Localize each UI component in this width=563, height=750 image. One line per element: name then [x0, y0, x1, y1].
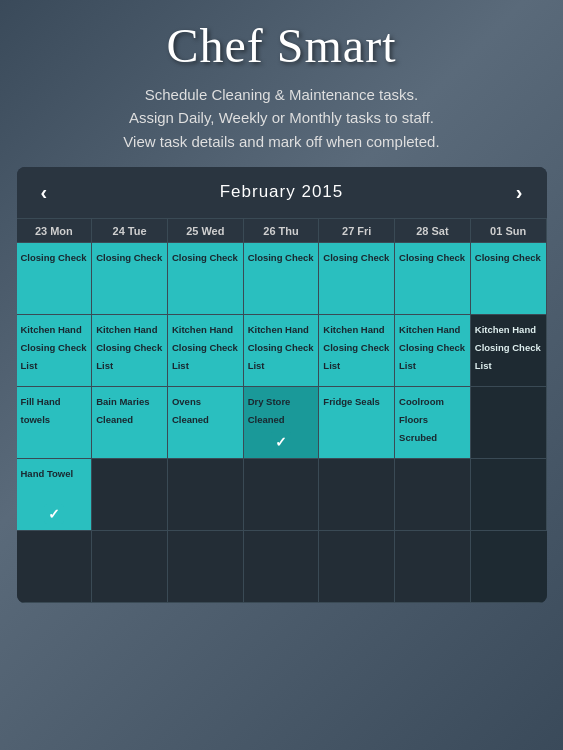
- main-content: Chef Smart Schedule Cleaning & Maintenan…: [0, 0, 563, 613]
- cell-r1-5[interactable]: Closing Check: [319, 243, 395, 315]
- prev-month-button[interactable]: ‹: [33, 177, 56, 208]
- cell-r2-2[interactable]: Kitchen Hand Closing Check List: [92, 315, 168, 387]
- calendar-month-year: February 2015: [220, 182, 344, 202]
- cell-r4-4[interactable]: [244, 459, 320, 531]
- cell-r5-3[interactable]: [168, 531, 244, 603]
- cell-r3-6[interactable]: Coolroom Floors Scrubed: [395, 387, 471, 459]
- day-header-thu: 26 Thu: [244, 219, 320, 243]
- cell-r2-6[interactable]: Kitchen Hand Closing Check List: [395, 315, 471, 387]
- cell-r5-7[interactable]: [471, 531, 547, 603]
- cell-r1-4[interactable]: Closing Check: [244, 243, 320, 315]
- cell-r4-2[interactable]: [92, 459, 168, 531]
- cell-r5-5[interactable]: [319, 531, 395, 603]
- calendar-grid: 23 Mon 24 Tue 25 Wed 26 Thu 27 Fri 28 Sa…: [17, 218, 547, 603]
- app-title: Chef Smart: [167, 18, 397, 73]
- cell-r4-1[interactable]: Hand Towel ✓: [17, 459, 93, 531]
- cell-r3-5[interactable]: Fridge Seals: [319, 387, 395, 459]
- cell-r3-7[interactable]: [471, 387, 547, 459]
- app-subtitle: Schedule Cleaning & Maintenance tasks. A…: [123, 83, 439, 153]
- cell-r1-1[interactable]: Closing Check: [17, 243, 93, 315]
- cell-r5-4[interactable]: [244, 531, 320, 603]
- checkmark-r4-1: ✓: [44, 504, 64, 524]
- calendar-header: ‹ February 2015 ›: [17, 167, 547, 218]
- day-header-wed: 25 Wed: [168, 219, 244, 243]
- day-header-mon: 23 Mon: [17, 219, 93, 243]
- cell-r1-6[interactable]: Closing Check: [395, 243, 471, 315]
- cell-r3-3[interactable]: Ovens Cleaned: [168, 387, 244, 459]
- cell-r2-1[interactable]: Kitchen Hand Closing Check List: [17, 315, 93, 387]
- cell-r5-2[interactable]: [92, 531, 168, 603]
- cell-r2-7[interactable]: Kitchen Hand Closing Check List: [471, 315, 547, 387]
- day-header-sat: 28 Sat: [395, 219, 471, 243]
- cell-r5-1[interactable]: [17, 531, 93, 603]
- cell-r2-3[interactable]: Kitchen Hand Closing Check List: [168, 315, 244, 387]
- cell-r2-5[interactable]: Kitchen Hand Closing Check List: [319, 315, 395, 387]
- cell-r4-6[interactable]: [395, 459, 471, 531]
- cell-r5-6[interactable]: [395, 531, 471, 603]
- cell-r3-4[interactable]: Dry Store Cleaned ✓: [244, 387, 320, 459]
- cell-r4-5[interactable]: [319, 459, 395, 531]
- cell-r4-7[interactable]: [471, 459, 547, 531]
- next-month-button[interactable]: ›: [508, 177, 531, 208]
- cell-r3-1[interactable]: Fill Hand towels: [17, 387, 93, 459]
- calendar: ‹ February 2015 › 23 Mon 24 Tue 25 Wed 2…: [17, 167, 547, 603]
- cell-r1-2[interactable]: Closing Check: [92, 243, 168, 315]
- checkmark-r3-4: ✓: [271, 432, 291, 452]
- cell-r1-7[interactable]: Closing Check: [471, 243, 547, 315]
- cell-r4-3[interactable]: [168, 459, 244, 531]
- cell-r1-3[interactable]: Closing Check: [168, 243, 244, 315]
- day-header-fri: 27 Fri: [319, 219, 395, 243]
- cell-r3-2[interactable]: Bain Maries Cleaned: [92, 387, 168, 459]
- cell-r2-4[interactable]: Kitchen Hand Closing Check List: [244, 315, 320, 387]
- day-header-sun: 01 Sun: [471, 219, 547, 243]
- day-header-tue: 24 Tue: [92, 219, 168, 243]
